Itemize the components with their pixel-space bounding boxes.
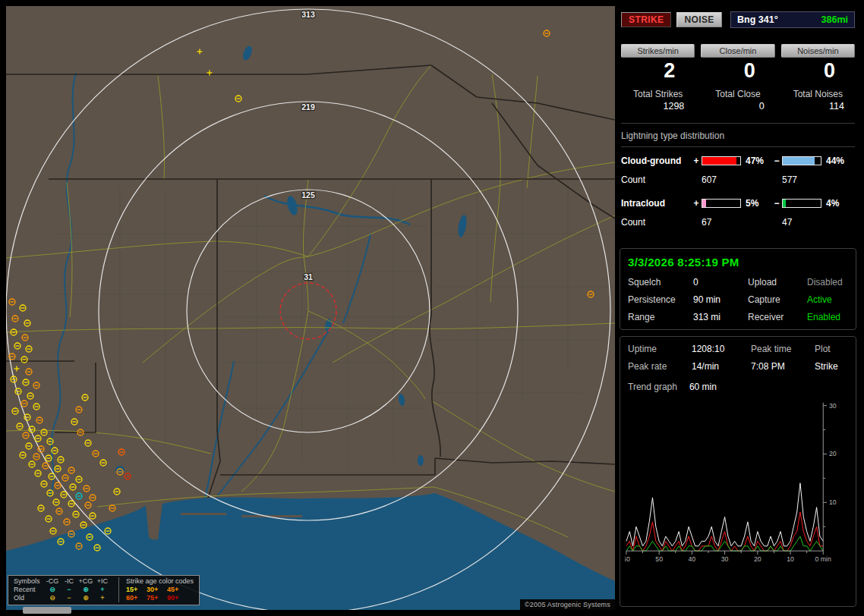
svg-text:0 min: 0 min: [815, 555, 831, 563]
minus-sign: −: [771, 198, 782, 209]
info-grid: Uptime 1208:10 Peak time Plot Peak rate …: [625, 344, 851, 372]
svg-text:313: 313: [301, 10, 315, 19]
rate-values-row: 2 0 0: [620, 58, 856, 83]
close-per-min-value: 0: [701, 59, 774, 83]
cg-positive-count: 607: [702, 174, 771, 185]
strikes-per-min-button[interactable]: Strikes/min: [621, 44, 695, 58]
svg-text:219: 219: [301, 102, 315, 112]
receiver-label: Receiver: [748, 312, 807, 322]
ic-negative-count: 47: [782, 217, 849, 228]
bearing-label: Bng 341°: [737, 14, 778, 25]
uptime-label: Uptime: [628, 344, 692, 354]
svg-text:40: 40: [689, 555, 696, 563]
peak-rate-label: Peak rate: [628, 361, 692, 372]
capture-label: Capture: [748, 294, 807, 305]
svg-text:30: 30: [829, 402, 837, 410]
svg-text:10: 10: [787, 555, 794, 563]
svg-text:30: 30: [721, 555, 729, 563]
intracloud-row: Intracloud + 5% − 4%: [620, 198, 856, 209]
legend-symbols: Symbols-CG-IC+CG+IC Recent⊖−⊕+ Old⊖−⊕+: [14, 577, 111, 602]
peak-time-label: Peak time: [751, 344, 815, 354]
noise-toggle-button[interactable]: NOISE: [676, 12, 721, 27]
trend-graph: 1020306050403020100 min: [625, 397, 851, 586]
rate-buttons-row: Strikes/min Close/min Noises/min: [620, 44, 856, 58]
persistence-value: 90 min: [693, 294, 748, 305]
strike-toggle-button[interactable]: STRIKE: [621, 12, 671, 27]
age-codes-title: Strike age color codes: [126, 577, 194, 586]
total-close-label: Total Close: [701, 89, 774, 99]
squelch-value: 0: [693, 277, 748, 288]
distribution-title: Lightning type distribution: [620, 130, 856, 141]
svg-text:20: 20: [754, 555, 762, 563]
intracloud-label: Intracloud: [621, 198, 691, 209]
trend-graph-label: Trend graph: [628, 382, 677, 392]
cloud-ground-row: Cloud-ground + 47% − 44%: [620, 156, 856, 166]
plot-label: Plot: [815, 344, 848, 354]
section-divider: [621, 123, 855, 124]
minus-sign: −: [771, 156, 782, 166]
lightning-map[interactable]: 31321912531 Symbols-CG-IC+CG+IC Recent⊖−…: [6, 6, 615, 610]
upload-label: Upload: [748, 277, 807, 288]
legend-header-row: Symbols-CG-IC+CG+IC: [14, 577, 111, 586]
taskbar-fragment: [23, 607, 71, 614]
upload-value: Disabled: [807, 277, 848, 288]
age-codes-row: 60+75+90+: [126, 594, 194, 602]
svg-text:50: 50: [655, 555, 663, 563]
peak-rate-value: 14/min: [692, 361, 751, 372]
status-grid: Squelch 0 Upload Disabled Persistence 90…: [628, 277, 848, 322]
status-panel: STRIKE NOISE Bng 341° 386mi Strikes/min …: [618, 6, 858, 610]
svg-text:60: 60: [625, 555, 630, 563]
peak-time-value: 7:08 PM: [751, 361, 815, 372]
panel-topbar: STRIKE NOISE Bng 341° 386mi: [620, 11, 856, 29]
trend-graph-header: Trend graph 60 min: [625, 382, 851, 392]
plot-value: Strike: [815, 361, 848, 372]
age-codes-row: 15+30+45+: [126, 586, 194, 594]
range-value: 313 mi: [693, 312, 748, 322]
legend-old-row: Old⊖−⊕+: [14, 594, 111, 602]
bearing-display: Bng 341° 386mi: [730, 11, 855, 28]
datetime-display: 3/3/2026 8:25:19 PM: [628, 256, 848, 269]
uptime-value: 1208:10: [692, 344, 751, 354]
legend-recent-row: Recent⊖−⊕+: [14, 586, 111, 594]
total-noises-value: 114: [781, 101, 855, 112]
count-label: Count: [621, 174, 691, 185]
ic-negative-pct: 4%: [823, 198, 849, 209]
svg-text:31: 31: [304, 272, 313, 281]
close-per-min-button[interactable]: Close/min: [701, 44, 774, 58]
totals-labels-row: Total Strikes Total Close Total Noises: [620, 83, 856, 99]
ic-negative-bar: [782, 199, 821, 208]
total-strikes-label: Total Strikes: [621, 89, 695, 99]
total-noises-label: Total Noises: [781, 89, 855, 99]
intracloud-count-row: Count 67 47: [620, 217, 856, 228]
legend-age-codes: Strike age color codes 15+30+45+ 60+75+9…: [118, 577, 194, 602]
totals-values-row: 1298 0 114: [620, 99, 856, 112]
trend-window-value: 60 min: [689, 382, 717, 392]
svg-text:125: 125: [301, 190, 315, 200]
cloud-ground-count-row: Count 607 577: [620, 174, 856, 185]
noises-per-min-button[interactable]: Noises/min: [781, 44, 855, 58]
map-canvas: 31321912531: [6, 6, 615, 610]
total-close-value: 0: [701, 101, 774, 112]
svg-text:10: 10: [829, 498, 837, 506]
strikes-per-min-value: 2: [621, 59, 695, 83]
cg-negative-pct: 44%: [823, 156, 849, 166]
cloud-ground-label: Cloud-ground: [621, 156, 691, 166]
cg-positive-pct: 47%: [743, 156, 771, 166]
cg-positive-bar: [702, 156, 741, 165]
persistence-label: Persistence: [628, 294, 693, 305]
count-label: Count: [621, 217, 691, 228]
noises-per-min-value: 0: [781, 59, 855, 83]
cg-negative-count: 577: [782, 174, 849, 185]
map-legend: Symbols-CG-IC+CG+IC Recent⊖−⊕+ Old⊖−⊕+ S…: [8, 575, 200, 605]
plus-sign: +: [691, 156, 702, 166]
ic-positive-count: 67: [702, 217, 771, 228]
statistics-section: Uptime 1208:10 Peak time Plot Peak rate …: [620, 336, 856, 607]
bearing-distance: 386mi: [821, 14, 848, 25]
copyright-label: ©2005 Astrogenic Systems: [520, 599, 615, 610]
ic-positive-pct: 5%: [743, 198, 771, 209]
squelch-label: Squelch: [628, 277, 693, 288]
total-strikes-value: 1298: [621, 101, 695, 112]
cg-negative-bar: [782, 156, 821, 165]
svg-text:20: 20: [829, 450, 837, 457]
plus-sign: +: [691, 198, 702, 209]
